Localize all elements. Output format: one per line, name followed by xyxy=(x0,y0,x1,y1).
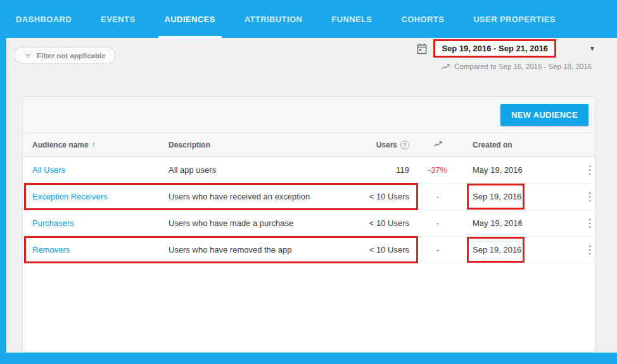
audience-description: Users who have received an exception xyxy=(169,192,349,201)
bottom-frame-strip xyxy=(0,353,617,364)
audience-link[interactable]: Purchasers xyxy=(23,218,169,228)
users-count: < 10 Users xyxy=(349,192,409,201)
row-menu-icon[interactable]: ⋮ xyxy=(585,165,595,175)
filter-chip[interactable]: Filter not applicable xyxy=(14,47,115,64)
table-row: Removers Users who have removed the app … xyxy=(23,237,595,263)
column-header-description: Description xyxy=(169,141,349,149)
audience-description: Users who have removed the app xyxy=(169,245,349,254)
chevron-down-icon[interactable]: ▼ xyxy=(589,45,595,52)
row-menu-icon[interactable]: ⋮ xyxy=(585,244,595,255)
row-menu-icon[interactable]: ⋮ xyxy=(585,218,595,229)
audiences-card: NEW AUDIENCE Audience name ↑ Description… xyxy=(22,96,595,353)
calendar-icon xyxy=(416,42,428,55)
audience-name-header-label: Audience name xyxy=(32,141,89,149)
table-row: All Users All app users 119 -37% May 19,… xyxy=(23,157,595,184)
column-header-users: Users ? xyxy=(349,141,409,149)
filter-label: Filter not applicable xyxy=(37,52,106,60)
audience-link[interactable]: Exception Receivers xyxy=(23,192,169,201)
tab-cohorts[interactable]: COHORTS xyxy=(401,0,444,38)
column-header-created-on: Created on xyxy=(466,141,583,149)
tab-events[interactable]: EVENTS xyxy=(101,0,135,38)
filter-icon xyxy=(23,52,32,60)
created-on-date: Sep 19, 2016 xyxy=(466,192,583,201)
left-frame-strip xyxy=(0,0,6,364)
row-menu-icon[interactable]: ⋮ xyxy=(585,191,595,202)
sort-ascending-icon: ↑ xyxy=(92,141,96,149)
tab-attribution[interactable]: ATTRIBUTION xyxy=(245,0,303,38)
date-range-value[interactable]: Sep 19, 2016 - Sep 21, 2016 xyxy=(433,39,556,58)
users-count: < 10 Users xyxy=(349,245,409,254)
compare-trend-icon xyxy=(441,63,450,70)
compared-to-label: Compared to Sep 16, 2016 - Sep 18, 2016 xyxy=(454,63,592,70)
card-toolbar: NEW AUDIENCE xyxy=(23,97,595,133)
tab-audiences[interactable]: AUDIENCES xyxy=(165,0,215,38)
audience-description: Users who have made a purchase xyxy=(169,218,349,228)
audience-link[interactable]: All Users xyxy=(23,165,169,175)
created-on-date: May 19, 2016 xyxy=(466,218,583,228)
column-header-audience-name[interactable]: Audience name ↑ xyxy=(23,141,169,149)
audience-description: All app users xyxy=(169,165,349,175)
change-value: -37% xyxy=(409,165,466,175)
change-value: - xyxy=(409,245,466,254)
audiences-page: DASHBOARD EVENTS AUDIENCES ATTRIBUTION F… xyxy=(0,0,617,364)
change-value: - xyxy=(409,192,466,201)
tab-funnels[interactable]: FUNNELS xyxy=(331,0,372,38)
compare-trend-icon xyxy=(433,141,443,147)
table-row: Purchasers Users who have made a purchas… xyxy=(23,210,595,237)
change-value: - xyxy=(409,218,466,228)
table-row: Exception Receivers Users who have recei… xyxy=(23,184,595,210)
column-header-change xyxy=(409,141,466,149)
date-range-picker[interactable]: Sep 19, 2016 - Sep 21, 2016 ▼ xyxy=(416,39,595,58)
audience-link[interactable]: Removers xyxy=(23,245,169,254)
users-count: < 10 Users xyxy=(349,218,409,228)
users-help-icon[interactable]: ? xyxy=(400,141,409,149)
created-on-date: May 19, 2016 xyxy=(466,165,583,175)
compared-to-line: Compared to Sep 16, 2016 - Sep 18, 2016 xyxy=(441,63,592,70)
top-nav: DASHBOARD EVENTS AUDIENCES ATTRIBUTION F… xyxy=(0,0,617,38)
table-header-row: Audience name ↑ Description Users ? Crea… xyxy=(23,133,595,157)
new-audience-button[interactable]: NEW AUDIENCE xyxy=(500,104,588,126)
created-on-date: Sep 19, 2016 xyxy=(466,245,583,254)
tab-dashboard[interactable]: DASHBOARD xyxy=(16,0,72,38)
users-count: 119 xyxy=(349,165,409,175)
tab-user-properties[interactable]: USER PROPERTIES xyxy=(473,0,556,38)
users-header-label: Users xyxy=(376,141,397,149)
